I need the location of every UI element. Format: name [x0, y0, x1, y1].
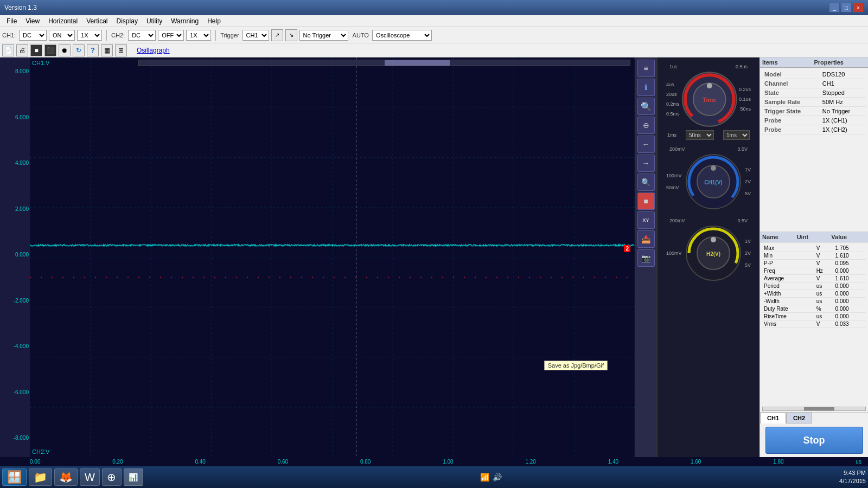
menu-help[interactable]: Help [203, 16, 225, 26]
ch1-channel-label: CH1:V [32, 60, 49, 66]
minimize-button[interactable]: _ [829, 3, 840, 12]
time-knob[interactable]: Time [680, 69, 739, 129]
ch1-label: CH1: [2, 32, 16, 38]
y-label-0: 0.000 [1, 252, 29, 258]
oscilloscope-display[interactable]: CH1:V 2 Save as Jpg/Bmp/Gif CH2:V [30, 57, 635, 457]
time-select-50ns[interactable]: 50ns100ns1us [686, 130, 714, 140]
firefox-taskbar-btn[interactable]: 🦊 [54, 468, 78, 486]
ch1-tab[interactable]: CH1 [760, 413, 786, 423]
x-label-1.00: 1.00 [443, 459, 453, 465]
start-button[interactable]: 🪟 [2, 468, 27, 486]
trigger-mode-select[interactable]: No TriggerAutoNormal [299, 30, 348, 41]
chrome-taskbar-btn[interactable]: ⊕ [102, 468, 122, 486]
meas-risetime-value: 0.000 [834, 312, 866, 320]
trigger-rising-icon[interactable]: ↗ [271, 29, 283, 41]
time-label-0.5us: 0.5us [736, 64, 748, 69]
stop-button[interactable]: Stop [765, 427, 863, 454]
prop-trigger-value: No Trigger [820, 107, 866, 116]
sep1 [106, 30, 107, 41]
device-select[interactable]: Oscilloscope [372, 30, 432, 41]
ch2-coupling-select[interactable]: DCACGND [128, 30, 156, 41]
props-scrollbar[interactable] [762, 407, 866, 411]
ch1-coupling-select[interactable]: DCACGND [19, 30, 47, 41]
menu-vertical[interactable]: Vertical [82, 16, 112, 26]
search-icon[interactable]: 🔍 [637, 174, 655, 191]
ch1-knob[interactable]: CH1(V) [684, 152, 743, 211]
record-icon[interactable]: ⬛ [44, 44, 56, 56]
time-label-0.5ms: 0.5ms [666, 111, 680, 117]
word-taskbar-btn[interactable]: W [80, 468, 100, 486]
ch1-probe-select[interactable]: 1X10X [77, 30, 102, 41]
info-icon[interactable]: ℹ [637, 79, 655, 96]
new-icon[interactable]: 📄 [2, 44, 14, 56]
menu-file[interactable]: File [2, 16, 21, 26]
titlebar-title: Version 1.3 [4, 4, 37, 11]
meas-dutyrate-value: 0.000 [834, 305, 866, 312]
measurements-table: Max V 1.705 Min V 1.610 P-P [762, 245, 866, 328]
table-row: State Stopped [762, 88, 866, 98]
color-icon[interactable]: ■ [637, 192, 655, 210]
zoom-in-icon[interactable]: 🔍 [637, 98, 655, 115]
scrollbar-thumb[interactable] [385, 60, 450, 66]
ch1-on-select[interactable]: ONOFF [49, 30, 75, 41]
items-col-header: Items [762, 59, 814, 66]
trigger-falling-icon[interactable]: ↘ [285, 29, 297, 41]
menu-horizontal[interactable]: Horizontal [44, 16, 82, 26]
grid1-icon[interactable]: ▦ [101, 44, 113, 56]
auto-label: AUTO [353, 32, 369, 38]
trigger-ch-select[interactable]: CH1CH2 [242, 30, 269, 41]
time-select-1ms[interactable]: 1ms5ms10ms [723, 130, 750, 140]
taskbar-date-value: 4/17/2015 [839, 477, 866, 485]
back-icon[interactable]: ← [637, 136, 655, 153]
x-label-0.40: 0.40 [195, 459, 205, 465]
ch2-on-select[interactable]: OFFON [158, 30, 184, 41]
titlebar: Version 1.3 _ □ × [0, 0, 868, 15]
prop-probe1-label: Probe [762, 116, 820, 125]
prop-probe2-value: 1X (CH2) [820, 125, 866, 134]
meas-freq-value: 0.000 [834, 267, 866, 274]
prop-model-label: Model [762, 70, 820, 79]
explorer-taskbar-btn[interactable]: 📁 [29, 468, 52, 486]
table-row: -Width us 0.000 [762, 297, 866, 305]
menu-view[interactable]: View [21, 16, 44, 26]
app-taskbar-btn[interactable]: 📊 [124, 468, 143, 486]
menu-utility[interactable]: Utility [142, 16, 167, 26]
ch-tabs: CH1 CH2 [760, 412, 868, 423]
forward-icon[interactable]: → [637, 155, 655, 172]
maximize-button[interactable]: □ [841, 3, 852, 12]
x-axis-unit: us [856, 459, 864, 465]
theme-dark-icon[interactable]: ■ [30, 44, 42, 56]
help-icon[interactable]: ? [87, 44, 99, 56]
ch2-tab[interactable]: CH2 [786, 413, 812, 423]
prop-model-value: DDS120 [820, 70, 866, 79]
x-label-0.80: 0.80 [360, 459, 371, 465]
ch2-label-0.5v: 0.5V [737, 218, 748, 223]
menu-display[interactable]: Display [112, 16, 142, 26]
ch2-knob[interactable]: H2(V) [684, 223, 743, 283]
close-button[interactable]: × [853, 3, 864, 12]
table-row: RiseTime us 0.000 [762, 312, 866, 320]
table-row: Freq Hz 0.000 [762, 267, 866, 274]
refresh-icon[interactable]: ↻ [73, 44, 85, 56]
y-label-4: 4.000 [1, 160, 29, 166]
meas-pp-value: 0.095 [834, 259, 866, 267]
record2-icon[interactable]: ⏺ [59, 44, 71, 56]
menu-warning[interactable]: Warnning [167, 16, 203, 26]
menu-rtb-icon[interactable]: ≡ [637, 60, 655, 77]
zoom-out-icon[interactable]: ⊖ [637, 117, 655, 134]
right-toolbar: ≡ ℹ 🔍 ⊖ ← → 🔍 ■ XY 📤 📷 [635, 57, 656, 457]
horizontal-scrollbar[interactable] [138, 60, 630, 66]
svg-text:CH1(V): CH1(V) [704, 179, 722, 185]
osillagraph-tab[interactable]: Osillagraph [133, 46, 173, 55]
grid2-icon[interactable]: ⊞ [115, 44, 127, 56]
export-icon[interactable]: 📤 [637, 230, 655, 248]
print-icon[interactable]: 🖨 [16, 44, 28, 56]
xy-icon[interactable]: XY [637, 211, 655, 229]
ch2-probe-select[interactable]: 1X10X [186, 30, 211, 41]
props-scrollbar-thumb[interactable] [804, 407, 835, 410]
prop-probe2-label: Probe [762, 125, 820, 134]
y-label-2: 2.000 [1, 206, 29, 212]
camera-icon[interactable]: 📷 [637, 249, 655, 267]
measurements-bottom: Max V 1.705 Min V 1.610 P-P [760, 242, 868, 406]
x-label-1.80: 1.80 [773, 459, 783, 465]
